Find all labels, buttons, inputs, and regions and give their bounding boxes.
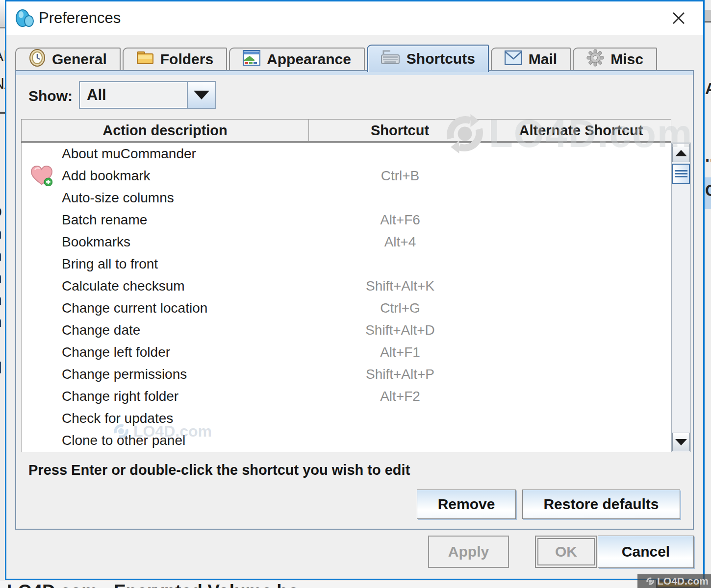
action-description-cell[interactable]: Add bookmark [62, 168, 309, 184]
table-row[interactable]: Change right folder Alt+F2 [22, 385, 671, 407]
tab-folders[interactable]: Folders [123, 48, 227, 70]
watermark-corner-band: LO4D.com [637, 574, 711, 588]
shortcut-cell[interactable]: Alt+F6 [309, 212, 491, 228]
ok-button[interactable]: OK [535, 536, 597, 568]
action-description-cell[interactable]: Batch rename [62, 212, 309, 228]
thumb-grip-icon [675, 170, 687, 178]
background-text-fragment: NA [0, 74, 5, 93]
action-description-cell[interactable]: Bring all to front [62, 256, 309, 272]
table-row[interactable]: Batch rename Alt+F6 [22, 209, 671, 231]
action-description-cell[interactable]: Auto-size columns [62, 190, 309, 206]
chevron-down-icon [194, 91, 209, 99]
mucommander-app-icon [15, 9, 35, 29]
tab-label: Mail [529, 51, 557, 68]
triangle-down-icon [675, 439, 687, 445]
shortcut-cell[interactable]: Ctrl+B [309, 168, 491, 184]
background-window-title: LO4D.com - Encrypted Volume ho [7, 581, 299, 588]
mail-icon [505, 50, 522, 69]
background-text-fragment: ... [705, 147, 711, 166]
restore-defaults-button[interactable]: Restore defaults [522, 490, 680, 519]
watermark-text: LO4D.com [657, 575, 709, 587]
table-row[interactable]: Bookmarks Alt+4 [22, 231, 671, 253]
table-row[interactable]: Add bookmark Ctrl+B [22, 165, 671, 187]
gear-icon [586, 49, 604, 70]
shortcut-cell[interactable]: Shift+Alt+P [309, 367, 491, 382]
tab-label: Folders [160, 51, 213, 68]
background-text-fragment: n [0, 291, 5, 309]
preferences-tabbar: General Folders [15, 44, 657, 71]
tab-mail[interactable]: Mail [491, 48, 571, 70]
scroll-down-button[interactable] [672, 433, 690, 451]
action-description-cell[interactable]: Change current location [62, 300, 309, 316]
column-header-shortcut[interactable]: Shortcut [308, 119, 491, 142]
background-text-fragment: A [705, 79, 711, 98]
action-description-cell[interactable]: Clone to other panel [62, 433, 309, 448]
tab-shortcuts[interactable]: Shortcuts [367, 45, 489, 72]
tab-misc[interactable]: Misc [573, 48, 657, 70]
triangle-up-icon [675, 150, 687, 156]
theme-icon [243, 50, 260, 69]
window-title: Preferences [39, 9, 121, 27]
table-row[interactable]: Check for updates [22, 407, 671, 429]
action-description-cell[interactable]: About muCommander [62, 146, 309, 162]
vertical-scrollbar[interactable] [671, 143, 691, 452]
background-divider [0, 112, 5, 114]
background-window-right-sliver: A...C [705, 0, 711, 588]
table-row[interactable]: Auto-size columns [22, 187, 671, 209]
shortcut-cell[interactable]: Shift+Alt+D [309, 322, 491, 338]
remove-button[interactable]: Remove [417, 490, 516, 519]
bookmark-heart-icon [30, 166, 53, 186]
background-text-fragment: n [0, 269, 5, 287]
shortcut-cell[interactable]: Shift+Alt+K [309, 278, 491, 294]
action-description-cell[interactable]: Change left folder [62, 344, 309, 360]
background-text-fragment: n [0, 224, 5, 243]
table-row[interactable]: Change date Shift+Alt+D [22, 319, 671, 341]
action-description-cell[interactable]: Change date [62, 322, 309, 338]
shortcut-cell[interactable]: Alt+F2 [309, 389, 491, 404]
show-filter-combobox[interactable]: All [79, 81, 216, 109]
background-text-fragment: p [0, 202, 5, 220]
lo4d-logo-icon [645, 576, 655, 586]
background-window-corner [0, 0, 5, 28]
table-row[interactable]: Bring all to front [22, 253, 671, 275]
combobox-value: All [87, 86, 106, 104]
table-header-row: Action description Shortcut Alternate Sh… [21, 119, 671, 143]
action-description-cell[interactable]: Bookmarks [62, 234, 309, 250]
tab-label: Appearance [267, 51, 351, 68]
table-row[interactable]: About muCommander [22, 143, 671, 165]
tab-general[interactable]: General [15, 48, 121, 70]
action-description-cell[interactable]: Calculate checksum [62, 278, 309, 294]
shortcut-cell[interactable]: Alt+4 [309, 234, 491, 250]
background-window-edge [705, 10, 711, 23]
close-icon[interactable] [667, 7, 690, 29]
table-row[interactable]: Calculate checksum Shift+Alt+K [22, 275, 671, 297]
tab-appearance[interactable]: Appearance [229, 48, 365, 70]
tab-label: Shortcuts [406, 50, 475, 67]
table-body: About muCommander Add bookmark Ctrl+B A [21, 143, 671, 452]
action-description-cell[interactable]: Change permissions [62, 367, 309, 382]
titlebar[interactable]: Preferences [6, 1, 703, 35]
edit-hint-text: Press Enter or double-click the shortcut… [28, 462, 410, 478]
shortcuts-table: Action description Shortcut Alternate Sh… [21, 119, 691, 452]
table-row[interactable]: Clone to other panel [22, 429, 671, 451]
tab-label: Misc [610, 51, 643, 68]
table-row[interactable]: Change current location Ctrl+G [22, 297, 671, 319]
shortcut-cell[interactable]: Alt+F1 [309, 344, 491, 360]
cancel-button[interactable]: Cancel [598, 536, 694, 568]
background-window-left-sliver: ALNApnnnnnq [0, 0, 5, 588]
column-header-action[interactable]: Action description [21, 119, 308, 142]
table-row[interactable]: Change left folder Alt+F1 [22, 341, 671, 363]
column-header-alternate[interactable]: Alternate Shortcut [491, 119, 671, 142]
shortcut-cell[interactable]: Ctrl+G [309, 300, 491, 316]
background-text-fragment: n [0, 313, 5, 331]
table-row[interactable]: Change permissions Shift+Alt+P [22, 363, 671, 385]
apply-button[interactable]: Apply [428, 536, 509, 568]
scroll-up-button[interactable] [672, 144, 690, 162]
action-description-cell[interactable]: Check for updates [62, 411, 309, 426]
action-description-cell[interactable]: Change right folder [62, 389, 309, 404]
scrollbar-thumb[interactable] [672, 164, 690, 184]
background-window-bottom-sliver: LO4D.com - Encrypted Volume ho [0, 581, 711, 588]
screen: ALNApnnnnnq A...C LO4D.com - Encrypted V… [0, 0, 711, 588]
tab-label: General [52, 51, 107, 68]
combobox-dropdown-button[interactable] [187, 82, 215, 108]
